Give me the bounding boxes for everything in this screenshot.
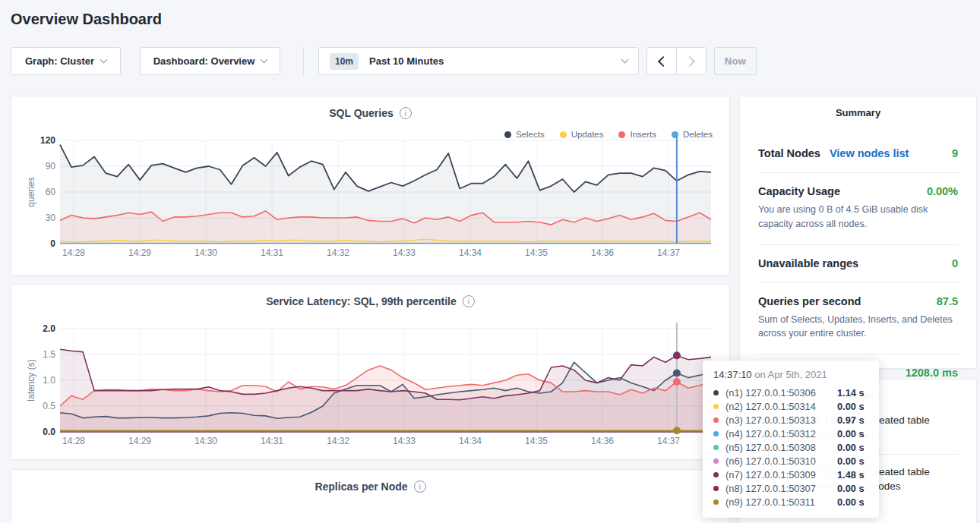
node-color-dot (713, 499, 719, 505)
svg-text:14:29: 14:29 (128, 436, 151, 446)
sql-queries-chart[interactable]: 14:2814:2914:3014:3114:3214:3314:3414:35… (11, 130, 729, 260)
node-address: (n9) 127.0.0.1:50311 (726, 496, 837, 508)
sql-queries-legend: SelectsUpdatesInsertsDeletes (504, 130, 713, 139)
time-next-button[interactable] (676, 47, 707, 75)
chevron-down-icon (621, 56, 629, 64)
info-icon[interactable]: i (463, 295, 475, 307)
time-range-label: Past 10 Minutes (369, 55, 444, 67)
tooltip-row: (n7) 127.0.0.1:503091.48 s (713, 468, 868, 481)
tooltip-date: on Apr 5th, 2021 (754, 369, 827, 380)
tooltip-row: (n1) 127.0.0.1:503061.14 s (713, 386, 868, 399)
sql-queries-title: SQL Queries (329, 107, 394, 119)
node-address: (n8) 127.0.0.1:50307 (726, 483, 837, 494)
node-latency-value: 1.48 s (837, 469, 865, 480)
summary-row-qps: Queries per second 87.5 Sum of Selects, … (758, 283, 958, 355)
tooltip-time: 14:37:10 (713, 369, 752, 380)
svg-text:14:31: 14:31 (261, 247, 283, 258)
svg-text:14:33: 14:33 (393, 436, 416, 446)
svg-text:1.0: 1.0 (43, 375, 55, 386)
svg-text:1.5: 1.5 (43, 349, 55, 360)
unavailable-ranges-value: 0 (952, 257, 958, 269)
graph-dropdown[interactable]: Graph: Cluster (11, 47, 121, 75)
summary-title: Summary (758, 107, 958, 118)
sql-queries-card: SQL Queries i SelectsUpdatesInsertsDelet… (11, 96, 730, 276)
tooltip-row: (n6) 127.0.0.1:503100.00 s (713, 454, 868, 468)
svg-text:0.5: 0.5 (43, 401, 55, 411)
tooltip-header: 14:37:10 on Apr 5th, 2021 (713, 369, 868, 380)
total-nodes-value: 9 (952, 147, 958, 159)
chevron-down-icon (261, 56, 268, 64)
legend-label: Updates (571, 130, 604, 139)
svg-text:14:34: 14:34 (459, 436, 482, 446)
svg-text:14:35: 14:35 (525, 247, 548, 258)
node-latency-value: 0.00 s (837, 455, 865, 467)
qps-label: Queries per second (758, 295, 861, 307)
capacity-usage-value: 0.00% (927, 185, 958, 197)
legend-label: Deletes (683, 130, 713, 139)
dashboard-dropdown[interactable]: Dashboard: Overview (140, 47, 280, 75)
total-nodes-label: Total Nodes (758, 147, 820, 159)
tooltip-row: (n2) 127.0.0.1:503140.00 s (713, 399, 868, 413)
svg-text:14:29: 14:29 (128, 247, 151, 258)
node-color-dot (713, 472, 719, 477)
svg-text:14:28: 14:28 (62, 247, 85, 258)
legend-item[interactable]: Selects (504, 130, 545, 139)
summary-row-unavailable-ranges: Unavailable ranges 0 (758, 245, 958, 283)
node-address: (n5) 127.0.0.1:50308 (726, 442, 837, 453)
page-title: Overview Dashboard (11, 0, 980, 28)
capacity-usage-label: Capacity Usage (758, 185, 840, 197)
legend-item[interactable]: Inserts (618, 130, 656, 139)
legend-color-dot (618, 131, 625, 138)
chevron-left-icon (658, 55, 669, 66)
unavailable-ranges-label: Unavailable ranges (758, 257, 858, 269)
svg-text:14:30: 14:30 (194, 436, 217, 446)
svg-text:2.0: 2.0 (43, 323, 55, 334)
node-color-dot (713, 458, 719, 464)
svg-text:14:37: 14:37 (657, 247, 680, 258)
svg-text:latency (s): latency (s) (26, 359, 36, 401)
node-latency-value: 0.00 s (837, 428, 865, 440)
node-color-dot (713, 417, 719, 423)
node-address: (n7) 127.0.0.1:50309 (726, 469, 837, 480)
svg-text:90: 90 (46, 161, 56, 172)
svg-text:14:36: 14:36 (591, 247, 614, 258)
node-address: (n2) 127.0.0.1:50314 (726, 401, 837, 412)
chevron-right-icon (684, 55, 695, 66)
node-latency-value: 0.00 s (837, 496, 865, 508)
summary-row-capacity: Capacity Usage 0.00% You are using 0 B o… (758, 173, 958, 245)
svg-text:30: 30 (46, 213, 56, 223)
chevron-down-icon (100, 56, 108, 64)
svg-text:14:37: 14:37 (657, 436, 680, 446)
node-color-dot (713, 486, 719, 491)
svg-text:14:35: 14:35 (525, 436, 548, 446)
view-nodes-list-link[interactable]: View nodes list (830, 147, 909, 159)
time-range-badge: 10m (330, 53, 359, 70)
time-range-selector[interactable]: 10m Past 10 Minutes (318, 47, 639, 75)
summary-panel: Summary Total Nodes View nodes list 9 Ca… (739, 96, 977, 369)
tooltip-row: (n3) 127.0.0.1:503130.97 s (713, 413, 868, 427)
service-latency-chart[interactable]: 14:2814:2914:3014:3114:3214:3314:3414:35… (11, 318, 729, 449)
legend-label: Inserts (630, 130, 656, 139)
node-latency-value: 0.00 s (837, 401, 865, 412)
dashboard-dropdown-label: Dashboard: Overview (153, 55, 255, 67)
qps-value: 87.5 (937, 295, 958, 307)
svg-text:0: 0 (50, 238, 55, 249)
node-address: (n6) 127.0.0.1:50310 (726, 455, 837, 467)
tooltip-row: (n5) 127.0.0.1:503080.00 s (713, 440, 868, 454)
legend-color-dot (560, 131, 567, 138)
node-color-dot (713, 445, 719, 450)
legend-item[interactable]: Updates (560, 130, 604, 139)
node-color-dot (713, 390, 719, 395)
legend-color-dot (504, 131, 511, 138)
info-icon[interactable]: i (400, 107, 412, 119)
node-color-dot (713, 431, 719, 436)
info-icon[interactable]: i (414, 480, 426, 493)
charts-column: SQL Queries i SelectsUpdatesInsertsDelet… (11, 96, 730, 523)
legend-item[interactable]: Deletes (672, 130, 713, 139)
now-button[interactable]: Now (714, 47, 757, 75)
replicas-per-node-title: Replicas per Node (315, 480, 407, 493)
svg-text:0.0: 0.0 (43, 427, 55, 437)
controls-divider (303, 47, 304, 75)
time-prev-button[interactable] (646, 47, 677, 75)
svg-text:14:28: 14:28 (62, 436, 85, 446)
